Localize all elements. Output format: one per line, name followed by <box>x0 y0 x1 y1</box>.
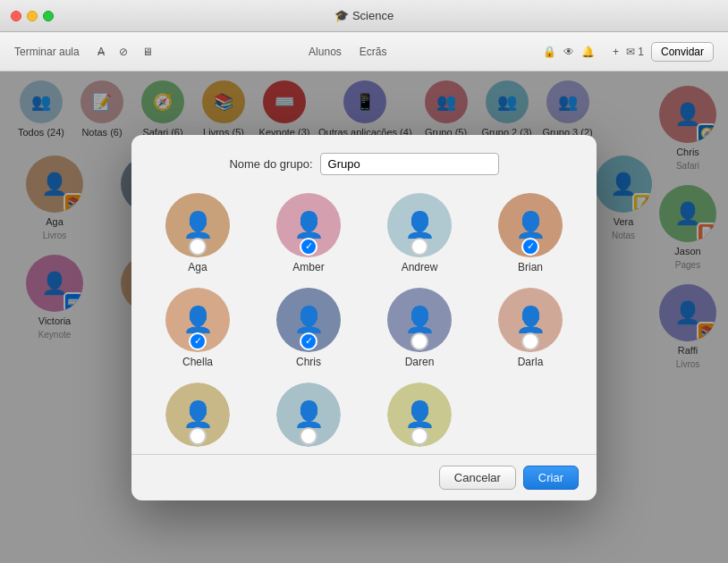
toolbar-center: Alunos Ecrãs <box>171 46 525 58</box>
toolbar-right: + ✉ 1 Convidar <box>613 42 714 62</box>
lock-icon: 🔒 <box>543 46 556 58</box>
maximize-button[interactable] <box>43 11 54 21</box>
message-icon[interactable]: ✉ 1 <box>626 46 644 58</box>
check-icon-chella: ✓ <box>189 332 207 350</box>
modal-avatar-partial-1: 👤 <box>276 382 341 447</box>
modal-student-name-daren: Daren <box>405 356 435 368</box>
toolbar-text-icon: A̶ <box>97 46 105 58</box>
window-title: 🎓 Science <box>334 9 394 22</box>
modal-student-name-darla: Darla <box>518 356 544 368</box>
modal-student-chris[interactable]: 👤✓Chris <box>260 288 357 368</box>
modal-student-partial-0[interactable]: 👤 <box>149 382 246 447</box>
traffic-lights <box>11 11 54 21</box>
modal-avatar-brian: 👤✓ <box>498 193 563 257</box>
toolbar-screen-icon: 🖥 <box>142 46 153 58</box>
modal-student-chella[interactable]: 👤✓Chella <box>149 288 246 368</box>
minimize-button[interactable] <box>27 11 38 21</box>
modal-student-name-brian: Brian <box>518 261 543 273</box>
modal-avatar-chella: 👤✓ <box>165 288 230 352</box>
main-area: 👥Todos (24)📝Notas (6)🧭Safari (6)📚Livros … <box>0 71 728 563</box>
modal-student-partial-1[interactable]: 👤 <box>260 382 357 447</box>
tab-ecras[interactable]: Ecrãs <box>360 46 387 58</box>
modal-students-grid: 👤Aga👤✓Amber👤Andrew👤✓Brian👤✓Chella👤✓Chris… <box>131 186 597 454</box>
modal-overlay: Nome do grupo: 👤Aga👤✓Amber👤Andrew👤✓Brian… <box>0 71 728 563</box>
group-name-label: Nome do grupo: <box>229 157 312 171</box>
invite-button[interactable]: Convidar <box>651 42 714 62</box>
modal-footer: Cancelar Criar <box>131 454 597 500</box>
modal-avatar-andrew: 👤 <box>387 193 452 257</box>
bell-icon: 🔔 <box>581 46 595 58</box>
check-icon-amber: ✓ <box>300 238 317 256</box>
check-icon-chris: ✓ <box>300 332 317 350</box>
modal-avatar-daren: 👤 <box>387 288 452 352</box>
add-icon[interactable]: + <box>613 46 619 58</box>
modal-avatar-partial-2: 👤 <box>387 382 452 447</box>
modal-student-name-chella: Chella <box>182 356 213 368</box>
uncheck-circle-andrew <box>411 238 428 256</box>
modal-student-darla[interactable]: 👤Darla <box>482 288 579 368</box>
group-name-input[interactable] <box>320 153 499 175</box>
create-button[interactable]: Criar <box>523 466 579 490</box>
modal-student-daren[interactable]: 👤Daren <box>371 288 468 368</box>
title-icon: 🎓 <box>334 9 349 22</box>
eye-icon: 👁 <box>563 46 574 58</box>
modal-avatar-chris: 👤✓ <box>276 288 341 352</box>
toolbar: Terminar aula A̶ ⊘ 🖥 Alunos Ecrãs 🔒 👁 🔔 … <box>0 32 728 71</box>
modal-student-amber[interactable]: 👤✓Amber <box>260 193 357 273</box>
check-icon-brian: ✓ <box>521 238 539 256</box>
toolbar-block-icon: ⊘ <box>119 46 128 58</box>
modal-student-andrew[interactable]: 👤Andrew <box>371 193 468 273</box>
uncheck-circle-daren <box>411 332 428 350</box>
modal-student-name-chris: Chris <box>296 356 321 368</box>
modal-student-partial-2[interactable]: 👤 <box>371 382 468 447</box>
uncheck-circle-darla <box>521 332 539 350</box>
modal-avatar-aga: 👤 <box>165 193 230 257</box>
uncheck-partial-0 <box>189 427 207 445</box>
uncheck-circle-aga <box>189 238 207 256</box>
modal-student-name-amber: Amber <box>292 261 324 273</box>
modal-student-brian[interactable]: 👤✓Brian <box>482 193 579 273</box>
modal-avatar-amber: 👤✓ <box>276 193 341 257</box>
uncheck-partial-2 <box>411 427 428 445</box>
cancel-button[interactable]: Cancelar <box>439 466 516 490</box>
titlebar: 🎓 Science <box>0 0 728 32</box>
modal-student-aga[interactable]: 👤Aga <box>149 193 246 273</box>
modal-avatar-darla: 👤 <box>498 288 563 352</box>
modal-avatar-partial-0: 👤 <box>165 382 230 447</box>
uncheck-partial-1 <box>300 427 317 445</box>
tab-alunos[interactable]: Alunos <box>309 46 342 58</box>
end-class-button[interactable]: Terminar aula <box>14 46 80 58</box>
create-group-modal: Nome do grupo: 👤Aga👤✓Amber👤Andrew👤✓Brian… <box>131 135 597 500</box>
modal-student-name-andrew: Andrew <box>402 261 438 273</box>
close-button[interactable] <box>11 11 21 21</box>
modal-student-name-aga: Aga <box>188 261 207 273</box>
modal-header: Nome do grupo: <box>131 135 597 186</box>
